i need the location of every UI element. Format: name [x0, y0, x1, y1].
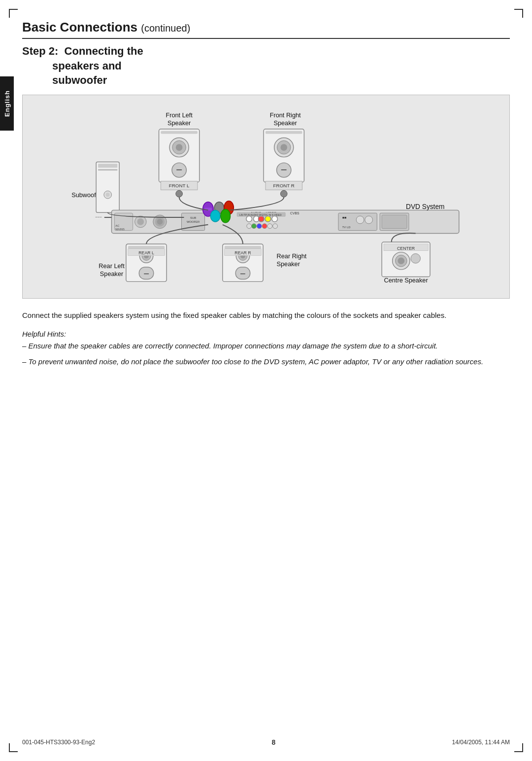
svg-point-67 — [356, 216, 364, 224]
svg-point-57 — [247, 224, 252, 229]
svg-text:Centre Speaker: Centre Speaker — [384, 277, 429, 284]
svg-point-55 — [265, 216, 271, 222]
svg-point-19 — [280, 144, 287, 151]
svg-text:Front Right: Front Right — [270, 111, 301, 119]
svg-point-30 — [106, 193, 110, 197]
svg-text:AC: AC — [115, 224, 120, 227]
svg-point-68 — [365, 216, 373, 224]
svg-text:TV  LD: TV LD — [342, 226, 351, 229]
svg-rect-16 — [266, 131, 302, 134]
main-content: Basic Connections (continued) Step 2: Co… — [22, 20, 510, 741]
svg-text:Front Left: Front Left — [166, 111, 193, 119]
title-suffix: (continued) — [141, 23, 190, 34]
corner-mark-br — [514, 743, 523, 752]
svg-text:–: – — [176, 164, 182, 174]
svg-point-62 — [273, 224, 278, 229]
svg-rect-85 — [225, 246, 261, 249]
svg-text:–: – — [240, 268, 245, 278]
svg-text:–: – — [281, 164, 287, 174]
page-title: Basic Connections (continued) — [22, 20, 510, 35]
svg-point-47 — [210, 210, 220, 222]
svg-point-100 — [398, 257, 404, 264]
svg-text:Speaker: Speaker — [100, 270, 124, 277]
svg-point-24 — [280, 190, 287, 197]
svg-text:~~~: ~~~ — [95, 215, 102, 219]
diagram-container: Front Left Speaker Front Right Speaker –… — [22, 95, 510, 299]
corner-mark-tr — [514, 9, 523, 18]
svg-point-9 — [176, 144, 183, 151]
svg-point-52 — [246, 216, 252, 222]
title-main: Basic Connections — [22, 20, 137, 35]
svg-text:LIN TP-IN AUDIO DIGITAL IN S-V: LIN TP-IN AUDIO DIGITAL IN S-VIDEO — [239, 214, 282, 216]
svg-point-60 — [262, 224, 267, 229]
svg-point-14 — [176, 190, 183, 197]
svg-text:FRONT R: FRONT R — [273, 183, 295, 188]
svg-point-61 — [267, 224, 272, 229]
hints-section: Helpful Hints: – Ensure that the speaker… — [22, 330, 510, 367]
svg-rect-44 — [204, 208, 212, 211]
svg-rect-6 — [161, 131, 197, 134]
svg-text:SUB: SUB — [190, 216, 196, 219]
svg-point-59 — [257, 224, 262, 229]
svg-point-56 — [272, 216, 278, 222]
page-number: 8 — [271, 738, 275, 746]
step-title: Step 2: Connecting the speakers and subw… — [22, 44, 510, 88]
svg-text:■■: ■■ — [342, 216, 346, 219]
language-tab: English — [0, 76, 14, 131]
svg-text:DVD System: DVD System — [406, 203, 444, 210]
svg-text:–: – — [144, 268, 149, 278]
svg-rect-74 — [128, 246, 165, 249]
description-text: Connect the supplied speakers system usi… — [22, 310, 510, 321]
language-label: English — [3, 90, 11, 117]
svg-rect-27 — [98, 164, 117, 168]
svg-rect-28 — [98, 169, 117, 171]
svg-text:Rear Left: Rear Left — [99, 262, 125, 270]
corner-mark-tl — [9, 9, 18, 18]
svg-point-101 — [411, 254, 421, 264]
svg-text:Speaker: Speaker — [167, 119, 191, 127]
page-header: Basic Connections (continued) Step 2: Co… — [22, 20, 510, 88]
doc-number: 001-045-HTS3300-93-Eng2 — [22, 739, 95, 746]
svg-text:FRONT L: FRONT L — [169, 183, 190, 188]
footer-date: 14/04/2005, 11:44 AM — [452, 739, 510, 746]
svg-text:REAR L: REAR L — [138, 250, 154, 255]
svg-text:CVBS: CVBS — [290, 211, 299, 215]
svg-point-48 — [221, 209, 231, 222]
svg-text:Speaker: Speaker — [273, 119, 297, 127]
svg-point-36 — [137, 218, 144, 225]
title-divider — [22, 38, 510, 39]
svg-text:Speaker: Speaker — [277, 260, 300, 268]
svg-rect-71 — [382, 215, 407, 228]
svg-point-58 — [252, 224, 257, 229]
hint2-text: – To prevent unwanted noise, do not plac… — [22, 356, 510, 367]
svg-text:Rear Right: Rear Right — [277, 252, 307, 260]
corner-mark-bl — [9, 743, 18, 752]
svg-text:WOOFER: WOOFER — [187, 220, 200, 223]
svg-text:CENTER: CENTER — [397, 246, 415, 251]
connection-diagram: Front Left Speaker Front Right Speaker –… — [30, 102, 502, 289]
page-footer: 001-045-HTS3300-93-Eng2 8 14/04/2005, 11… — [22, 738, 510, 746]
hint1-text: – Ensure that the speaker cables are cor… — [22, 340, 510, 351]
svg-text:REAR R: REAR R — [234, 250, 251, 255]
svg-point-54 — [258, 216, 264, 222]
svg-point-39 — [157, 219, 163, 225]
svg-text:MAINS: MAINS — [115, 228, 125, 231]
hints-title: Helpful Hints: — [22, 330, 510, 338]
